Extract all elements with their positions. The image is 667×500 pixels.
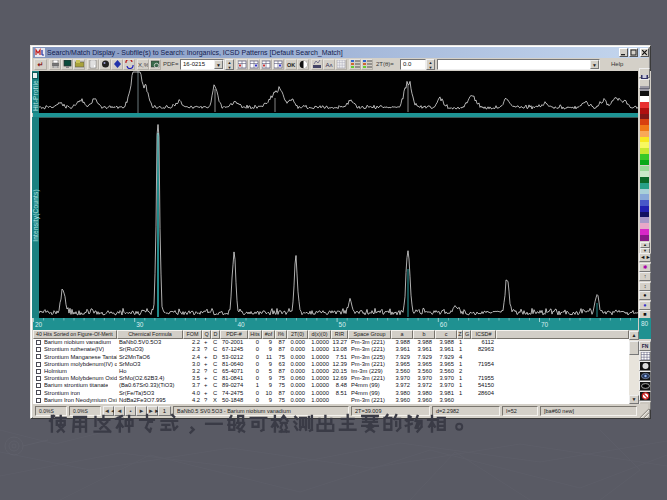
svg-text:60: 60 [440,321,448,328]
svg-text:20: 20 [35,321,43,328]
svg-text:40: 40 [237,321,245,328]
svg-text:50: 50 [339,321,347,328]
svg-text:70: 70 [541,321,549,328]
svg-text:30: 30 [136,321,144,328]
